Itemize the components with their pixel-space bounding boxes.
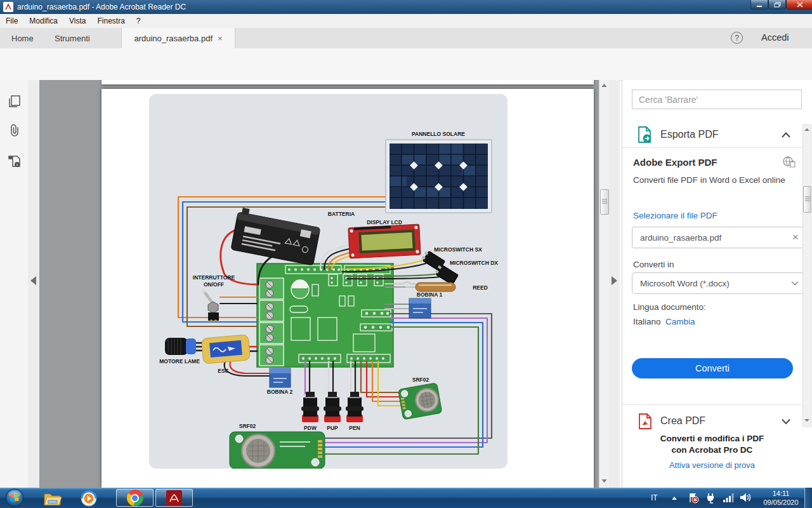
tab-document-label: arduino_rasaerba.pdf — [134, 34, 213, 43]
show-desktop-button[interactable] — [804, 488, 812, 508]
minimize-button[interactable] — [750, 0, 768, 10]
wiring-diagram: PANNELLO SOLARE BATTERIA DISPLAY LCD MIC… — [149, 94, 508, 469]
document-scroll-thumb[interactable] — [600, 189, 609, 215]
collapse-chevron-icon[interactable] — [782, 132, 790, 138]
diagram-label-reed: REED — [473, 284, 488, 291]
diagram-label-microswitch-sx: MICROSWITCH SX — [434, 246, 482, 253]
menu-view[interactable]: Vista — [63, 17, 91, 25]
menu-file[interactable]: File — [0, 17, 23, 25]
menu-edit[interactable]: Modifica — [23, 17, 63, 25]
select-file-link[interactable]: Selezionare il file PDF — [633, 211, 717, 220]
language-label: Lingua documento: — [633, 302, 706, 312]
menu-help[interactable]: ? — [131, 17, 147, 25]
attachments-icon[interactable] — [7, 123, 22, 141]
diagram-label-switch-2: ON/OFF — [204, 281, 224, 288]
panel-scroll-down[interactable] — [804, 418, 809, 422]
panel-scroll-up[interactable] — [804, 128, 809, 131]
left-gutter — [28, 80, 39, 488]
chrome-icon — [127, 490, 143, 506]
next-page-arrow[interactable] — [612, 276, 617, 285]
diagram-label-pen: PEN — [349, 425, 360, 431]
chrome-taskbar-button[interactable] — [116, 489, 154, 507]
create-pdf-icon — [638, 413, 653, 430]
tab-bar: Home Strumenti arduino_rasaerba.pdf × ? … — [0, 28, 812, 49]
srf02-bottom — [230, 432, 325, 469]
diagram-label-srf02-bottom: SRF02 — [239, 423, 256, 429]
scroll-down-arrow[interactable] — [601, 479, 607, 483]
trial-link[interactable]: Attiva versione di prova — [622, 460, 802, 470]
diagram-label-srf02-right: SRF02 — [412, 377, 429, 383]
previous-page-edge — [102, 80, 594, 84]
tab-tools[interactable]: Strumenti — [42, 28, 103, 48]
previous-page-arrow[interactable] — [30, 276, 36, 285]
tools-search-input[interactable] — [632, 90, 802, 109]
online-service-icon — [782, 156, 796, 168]
solar-panel — [386, 140, 492, 213]
menu-bar: File Modifica Vista Finestra ? — [0, 14, 812, 29]
format-value: Microsoft Word (*.docx) — [640, 279, 730, 288]
clear-file-icon[interactable]: × — [792, 231, 799, 244]
document-info-icon[interactable] — [7, 154, 22, 171]
convert-button[interactable]: Converti — [632, 358, 793, 378]
maximize-button[interactable] — [768, 0, 786, 10]
close-button[interactable] — [786, 0, 812, 10]
network-signal-icon[interactable] — [723, 493, 735, 505]
action-center-icon[interactable] — [688, 492, 699, 506]
coil-bobina-2 — [270, 368, 291, 387]
scroll-up-arrow[interactable] — [601, 83, 607, 88]
diagram-label-pup: PUP — [327, 425, 337, 431]
diagram-label-solar: PANNELLO SOLARE — [412, 131, 465, 137]
diagram-label-motor: MOTORE LAME — [159, 358, 200, 364]
media-player-icon[interactable] — [80, 490, 98, 508]
esc-module — [201, 335, 250, 364]
tab-document[interactable]: arduino_rasaerba.pdf × — [121, 28, 235, 48]
signin-link[interactable]: Accedi — [761, 32, 789, 43]
export-pdf-description: Converti file PDF in Word o Excel online — [633, 175, 785, 185]
srf02-right — [398, 383, 442, 420]
left-rail — [0, 80, 29, 488]
tab-close-icon[interactable]: × — [218, 34, 223, 43]
acrobat-app-icon — [3, 2, 13, 12]
volume-icon[interactable] — [740, 492, 752, 505]
help-icon[interactable]: ? — [731, 32, 743, 44]
diagram-label-switch-1: INTERRUTTORE — [193, 274, 235, 281]
blade-motor — [165, 338, 196, 355]
hidden-icons-chevron[interactable] — [671, 496, 678, 500]
diagram-label-bobina2: BOBINA 2 — [267, 389, 292, 395]
acrobat-icon — [166, 490, 182, 506]
acrobat-pro-promo: Converti e modifica i PDFcon Acrobat Pro… — [622, 433, 802, 456]
right-gutter — [608, 80, 620, 488]
expand-chevron-icon[interactable] — [782, 418, 790, 424]
page-thumbnails-icon[interactable] — [7, 94, 22, 112]
coil-bobina-1 — [409, 298, 431, 318]
create-pdf-section[interactable]: Crea PDF — [622, 410, 802, 432]
panel-scrollbar[interactable] — [802, 124, 811, 427]
selected-file-box[interactable]: arduino_rasaerba.pdf × — [632, 227, 807, 248]
tools-panel: Esporta PDF Adobe Export PDF Converti fi… — [622, 80, 812, 488]
wiring-diagram-art — [149, 94, 508, 469]
menu-window[interactable]: Finestra — [92, 17, 131, 25]
selected-file-name: arduino_rasaerba.pdf — [640, 233, 721, 243]
explorer-icon[interactable] — [43, 490, 62, 508]
document-scrollbar[interactable] — [599, 80, 609, 488]
diagram-label-esc: ESC — [218, 368, 228, 374]
main-toolbar: 51 (5 di 11) 75% Condividi — [0, 48, 812, 81]
taskbar-clock[interactable]: 14:11 09/05/2020 — [760, 489, 802, 507]
taskbar: IT 14:11 09/05/2020 — [0, 488, 812, 508]
language-indicator[interactable]: IT — [651, 488, 658, 508]
select-chevron-icon — [791, 281, 799, 286]
diagram-label-pdw: PDW — [304, 425, 317, 431]
document-area: Il cablaggio del Mower Shield I collegam… — [39, 80, 599, 488]
pdf-page: Il cablaggio del Mower Shield I collegam… — [102, 89, 594, 488]
format-select[interactable]: Microsoft Word (*.docx) — [632, 272, 807, 294]
title-bar: arduino_rasaerba.pdf - Adobe Acrobat Rea… — [0, 0, 812, 14]
start-button[interactable] — [5, 488, 24, 508]
diagram-label-microswitch-dx: MICROSWITCH DX — [450, 260, 498, 266]
export-pdf-icon — [636, 126, 653, 144]
export-pdf-section[interactable]: Esporta PDF — [622, 123, 802, 146]
change-language-link[interactable]: Cambia — [665, 317, 695, 326]
power-plug-icon[interactable] — [705, 492, 717, 506]
panel-scroll-thumb[interactable] — [803, 186, 811, 213]
acrobat-taskbar-button[interactable] — [155, 489, 193, 507]
tab-home[interactable]: Home — [0, 28, 45, 48]
